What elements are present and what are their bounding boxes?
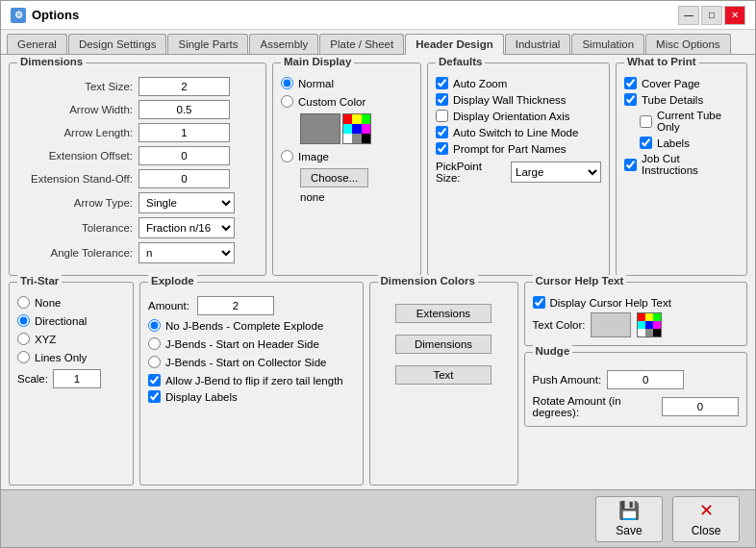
custom-color-radio[interactable] xyxy=(281,95,293,108)
display-cursor-label: Display Cursor Help Text xyxy=(550,297,671,309)
cursor-help-title: Cursor Help Text xyxy=(533,275,627,286)
title-controls: — □ ✕ xyxy=(678,6,745,25)
display-orient-label: Display Orientation Axis xyxy=(453,111,569,122)
close-icon: ✕ xyxy=(699,500,714,521)
tab-single-parts[interactable]: Single Parts xyxy=(167,34,248,54)
text-color-preview xyxy=(591,312,631,337)
auto-zoom-check[interactable] xyxy=(436,77,448,89)
no-jbends-label: No J-Bends - Complete Explode xyxy=(165,320,323,332)
ext-standoff-label: Extension Stand-Off: xyxy=(17,173,133,185)
text-color-grid[interactable] xyxy=(637,312,662,337)
tab-simulation[interactable]: Simulation xyxy=(571,34,644,54)
text-size-input[interactable] xyxy=(139,77,230,96)
rotate-input[interactable] xyxy=(662,397,739,416)
image-radio[interactable] xyxy=(281,150,293,162)
tab-plate-sheet[interactable]: Plate / Sheet xyxy=(319,34,404,54)
cover-page-check[interactable] xyxy=(624,77,637,89)
tab-assembly[interactable]: Assembly xyxy=(249,34,318,54)
display-wall-check[interactable] xyxy=(436,93,448,106)
pickpoint-select[interactable]: SmallMediumLargeExtra Large xyxy=(511,162,601,183)
tab-design-settings[interactable]: Design Settings xyxy=(68,34,167,54)
display-labels-label: Display Labels xyxy=(165,391,238,403)
main-display-panel: Main Display Normal Custom Color xyxy=(272,62,421,276)
tristar-title: Tri-Star xyxy=(17,275,62,286)
defaults-title: Defaults xyxy=(436,56,485,67)
display-labels-check[interactable] xyxy=(148,390,161,403)
cursor-help-panel: Cursor Help Text Display Cursor Help Tex… xyxy=(524,282,748,346)
tristar-xyz-row: XYZ xyxy=(17,333,125,345)
arrow-width-label: Arrow Width: xyxy=(17,104,133,115)
dimensions-button[interactable]: Dimensions xyxy=(395,335,491,354)
arrow-type-label: Arrow Type: xyxy=(17,197,133,209)
job-cut-check[interactable] xyxy=(624,159,637,171)
arrow-width-input[interactable] xyxy=(139,100,230,119)
minimize-button[interactable]: — xyxy=(678,6,699,25)
display-cursor-check[interactable] xyxy=(533,296,545,309)
window-close-button[interactable]: ✕ xyxy=(724,6,745,25)
tab-header-design[interactable]: Header Design xyxy=(405,34,504,55)
color-grid[interactable] xyxy=(342,113,371,144)
dimension-colors-panel: Dimension Colors Extensions Dimensions T… xyxy=(369,282,518,486)
choose-button[interactable]: Choose... xyxy=(300,168,368,187)
color-cell-green xyxy=(362,114,370,124)
no-jbends-radio[interactable] xyxy=(148,319,161,332)
close-button[interactable]: ✕ Close xyxy=(672,496,740,542)
save-button[interactable]: 💾 Save xyxy=(595,496,663,542)
current-tube-row: Current Tube Only xyxy=(640,110,739,133)
tristar-panel: Tri-Star None Directional XYZ Lines Only xyxy=(9,282,134,486)
tristar-directional-radio[interactable] xyxy=(17,314,30,327)
tc-gray xyxy=(645,329,653,336)
push-input[interactable] xyxy=(607,370,684,389)
tc-red xyxy=(638,313,645,321)
prompt-check[interactable] xyxy=(436,142,448,155)
auto-switch-row: Auto Switch to Line Mode xyxy=(436,126,601,138)
image-label: Image xyxy=(298,151,329,162)
normal-label: Normal xyxy=(298,78,334,89)
tolerance-select[interactable]: Fraction n/16DecimalNone xyxy=(139,217,235,238)
tc-magenta xyxy=(653,321,661,329)
angle-tol-select[interactable]: n0.10.51 xyxy=(139,242,235,263)
tube-details-row: Tube Details xyxy=(624,93,739,106)
labels-check[interactable] xyxy=(640,137,652,149)
auto-switch-check[interactable] xyxy=(436,126,448,138)
color-cell-magenta xyxy=(362,124,370,134)
current-tube-label: Current Tube Only xyxy=(657,110,739,133)
tab-general[interactable]: General xyxy=(7,34,67,54)
scale-input[interactable] xyxy=(53,369,101,388)
allow-flip-label: Allow J-Bend to flip if zero tail length xyxy=(165,375,343,386)
ext-standoff-input[interactable] xyxy=(139,169,230,188)
color-cell-black xyxy=(362,134,370,143)
text-button[interactable]: Text xyxy=(395,365,491,385)
what-to-print-panel: What to Print Cover Page Tube Details Cu… xyxy=(616,62,747,276)
amount-row: Amount: xyxy=(148,296,355,315)
current-tube-check[interactable] xyxy=(640,115,652,128)
ext-offset-input[interactable] xyxy=(139,146,230,165)
dimensions-panel: Dimensions Text Size: Arrow Width: Arrow… xyxy=(9,62,266,276)
jbends-header-radio[interactable] xyxy=(148,337,161,350)
arrow-type-select[interactable]: SingleOpenDotTick xyxy=(139,192,235,213)
tristar-lines-radio[interactable] xyxy=(17,351,30,363)
tube-details-check[interactable] xyxy=(624,93,637,106)
tristar-none-radio[interactable] xyxy=(17,296,30,309)
tristar-xyz-radio[interactable] xyxy=(17,333,30,345)
jbends-header-row: J-Bends - Start on Header Side xyxy=(148,337,355,350)
jbends-collector-radio[interactable] xyxy=(148,356,161,368)
tab-misc-options[interactable]: Misc Options xyxy=(645,34,730,54)
maximize-button[interactable]: □ xyxy=(701,6,722,25)
tab-industrial[interactable]: Industrial xyxy=(505,34,571,54)
extensions-button[interactable]: Extensions xyxy=(395,304,491,323)
amount-input[interactable] xyxy=(197,296,274,315)
normal-radio-row: Normal xyxy=(281,77,413,89)
nudge-panel: Nudge Push Amount: Rotate Amount (in deg… xyxy=(524,352,748,427)
jbends-header-label: J-Bends - Start on Header Side xyxy=(165,338,319,350)
tristar-none-label: None xyxy=(35,297,62,309)
arrow-length-input[interactable] xyxy=(139,123,230,142)
explode-panel: Explode Amount: No J-Bends - Complete Ex… xyxy=(139,282,364,486)
display-orient-check[interactable] xyxy=(436,110,448,122)
normal-radio[interactable] xyxy=(281,77,293,89)
ext-offset-row: Extension Offset: xyxy=(17,146,258,165)
tristar-lines-row: Lines Only xyxy=(17,351,125,363)
color-cell-cyan xyxy=(343,124,352,134)
arrow-type-row: Arrow Type: SingleOpenDotTick xyxy=(17,192,258,213)
allow-flip-check[interactable] xyxy=(148,374,161,386)
